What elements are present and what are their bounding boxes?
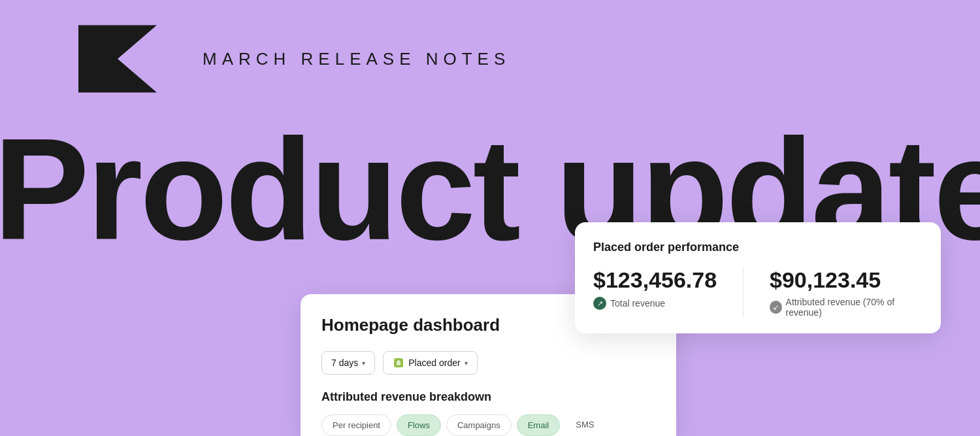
metric-divider (743, 267, 743, 318)
event-chevron-icon: ▾ (465, 360, 468, 367)
klaviyo-logo (52, 20, 183, 98)
days-filter-label: 7 days (331, 358, 358, 368)
header: MARCH RELEASE NOTES (52, 20, 510, 98)
days-filter-button[interactable]: 7 days ▾ (321, 351, 375, 375)
svg-point-3 (397, 365, 399, 367)
tab-flows[interactable]: Flows (397, 414, 441, 436)
filter-row: 7 days ▾ Placed order ▾ (321, 351, 655, 375)
breakdown-tabs: Per recipient Flows Campaigns Email SMS (321, 414, 655, 436)
total-revenue-label-row: ↗ Total revenue (593, 297, 717, 310)
shopify-icon (393, 357, 404, 369)
release-title: MARCH RELEASE NOTES (203, 49, 510, 69)
performance-title: Placed order performance (593, 241, 923, 254)
tab-per-recipient[interactable]: Per recipient (321, 414, 391, 436)
total-revenue-label: Total revenue (610, 298, 665, 309)
event-filter-label: Placed order (408, 358, 460, 368)
tab-campaigns[interactable]: Campaigns (446, 414, 512, 436)
metrics-row: $123,456.78 ↗ Total revenue $90,123.45 ↙… (593, 267, 923, 318)
attributed-revenue-value: $90,123.45 (770, 267, 923, 293)
svg-point-4 (399, 365, 400, 367)
tab-email[interactable]: Email (517, 414, 561, 436)
attributed-revenue-label: Attributed revenue (70% of revenue) (786, 297, 923, 318)
total-revenue-metric: $123,456.78 ↗ Total revenue (593, 267, 717, 318)
svg-marker-0 (78, 25, 157, 93)
section-label: Attributed revenue breakdown (321, 390, 655, 404)
event-filter-button[interactable]: Placed order ▾ (383, 351, 477, 375)
tab-sms[interactable]: SMS (565, 414, 604, 436)
days-chevron-icon: ▾ (362, 360, 365, 367)
attributed-revenue-metric: $90,123.45 ↙ Attributed revenue (70% of … (770, 267, 923, 318)
svg-rect-2 (397, 361, 400, 365)
attributed-revenue-icon: ↙ (770, 301, 782, 314)
total-revenue-icon: ↗ (593, 297, 606, 310)
attributed-revenue-label-row: ↙ Attributed revenue (70% of revenue) (770, 297, 923, 318)
total-revenue-value: $123,456.78 (593, 267, 717, 293)
performance-card: Placed order performance $123,456.78 ↗ T… (575, 222, 941, 333)
